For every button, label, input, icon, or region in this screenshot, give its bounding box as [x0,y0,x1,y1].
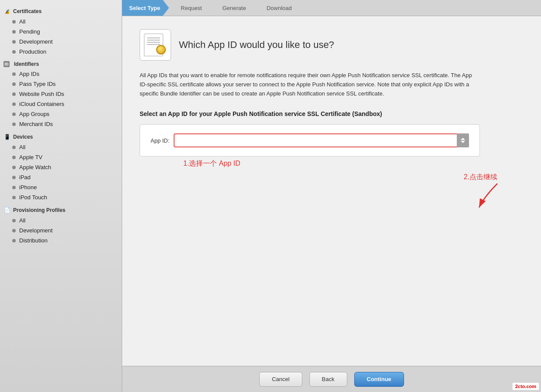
annotation-arrow [471,181,506,212]
sidebar-item-certs-development[interactable]: Development [0,37,122,47]
sidebar-item-prov-all[interactable]: All [0,215,122,225]
sidebar-item-iphone[interactable]: iPhone [0,182,122,192]
sidebar-section-identifiers[interactable]: ID Identifiers [0,58,122,69]
cancel-button[interactable]: Cancel [259,372,302,387]
devices-icon: 📱 [3,133,10,140]
wizard-step-select-type[interactable]: Select Type [122,0,169,16]
sidebar-item-apple-watch[interactable]: Apple Watch [0,162,122,172]
certificate-icon [140,29,171,61]
continue-button[interactable]: Continue [354,372,404,387]
content-area: Which App ID would you like to use? All … [122,16,541,366]
identifiers-icon: ID [3,61,10,67]
cert-seal [156,45,166,55]
sidebar-section-certificates[interactable]: 🔏 Certificates [0,5,122,17]
sidebar-item-app-ids[interactable]: App IDs [0,69,122,79]
certificates-icon: 🔏 [3,8,10,15]
hint-2-wrap: 2.点击继续 [140,168,524,212]
sidebar-item-certs-production[interactable]: Production [0,47,122,57]
sidebar-item-app-groups[interactable]: App Groups [0,109,122,119]
description-text: All App IDs that you want to enable for … [140,71,480,98]
sidebar-item-prov-development[interactable]: Development [0,225,122,235]
main-panel: Select Type Request Generate Download Wh… [122,0,541,392]
wizard-step-generate[interactable]: Generate [210,0,255,16]
sidebar-section-devices[interactable]: 📱 Devices [0,131,122,142]
sidebar-item-apple-tv[interactable]: Apple TV [0,152,122,162]
sidebar-item-certs-all[interactable]: All [0,17,122,27]
watermark: 2cto.com [512,382,539,390]
sidebar-item-merchant-ids[interactable]: Merchant IDs [0,119,122,129]
form-box: App ID: [140,124,480,157]
sidebar-section-provisioning[interactable]: 📄 Provisioning Profiles [0,204,122,215]
provisioning-icon: 📄 [3,207,10,214]
app-id-select-wrapper [174,133,469,147]
bottom-bar: Cancel Back Continue [122,366,541,392]
sidebar-item-ipad[interactable]: iPad [0,172,122,182]
page-title: Which App ID would you like to use? [179,39,334,51]
app-id-select[interactable] [174,133,469,147]
back-button[interactable]: Back [309,372,347,387]
page-header: Which App ID would you like to use? [140,29,524,61]
sidebar-item-pass-type-ids[interactable]: Pass Type IDs [0,79,122,89]
wizard-step-download[interactable]: Download [254,0,301,16]
sidebar: 🔏 Certificates All Pending Development P… [0,0,122,392]
sidebar-item-devices-all[interactable]: All [0,142,122,152]
sidebar-item-ipod-touch[interactable]: iPod Touch [0,192,122,202]
sidebar-item-icloud-containers[interactable]: iCloud Containers [0,99,122,109]
app-id-label: App ID: [151,137,169,144]
hint-1: 1.选择一个 App ID [140,159,524,168]
sidebar-item-website-push-ids[interactable]: Website Push IDs [0,89,122,99]
hint-2: 2.点击继续 [464,173,497,182]
wizard-nav: Select Type Request Generate Download [122,0,541,16]
section-title: Select an App ID for your Apple Push Not… [140,110,524,117]
sidebar-item-prov-distribution[interactable]: Distribution [0,235,122,245]
wizard-step-request[interactable]: Request [168,0,210,16]
sidebar-item-certs-pending[interactable]: Pending [0,27,122,37]
